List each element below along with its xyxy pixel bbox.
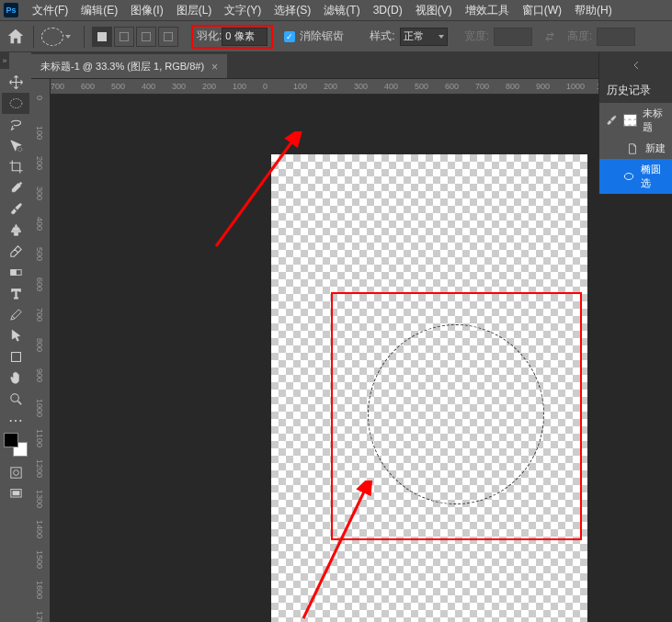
svg-point-0	[10, 99, 22, 108]
antialias-checkbox[interactable]: ✓	[284, 31, 295, 42]
menu-3d[interactable]: 3D(D)	[367, 4, 409, 17]
svg-rect-9	[12, 492, 18, 495]
annotation-arrow-2	[294, 481, 372, 622]
width-input	[494, 28, 532, 46]
height-input	[597, 28, 635, 46]
svg-line-10	[216, 139, 294, 246]
feather-input[interactable]	[222, 28, 268, 46]
quickmask-button[interactable]	[2, 462, 29, 483]
shape-tool[interactable]	[2, 346, 29, 368]
pen-tool[interactable]	[2, 304, 29, 325]
menu-plugins[interactable]: 增效工具	[459, 3, 516, 18]
screenmode-button[interactable]	[2, 483, 29, 504]
color-swatches[interactable]	[4, 433, 28, 457]
swap-icon[interactable]	[543, 30, 556, 43]
svg-rect-3	[10, 270, 16, 276]
selection-intersect-button[interactable]	[158, 27, 178, 47]
annotation-arrow-1	[211, 131, 303, 251]
history-panel: 历史记录 未标题 新建 椭圆选	[598, 78, 672, 194]
tool-dropdown-icon[interactable]	[65, 35, 71, 39]
menu-select[interactable]: 选择(S)	[268, 3, 317, 18]
style-label: 样式:	[370, 28, 394, 44]
brush-icon	[605, 114, 618, 127]
dock-toggle[interactable]	[0, 52, 9, 69]
eyedropper-tool[interactable]	[2, 177, 29, 198]
menu-file[interactable]: 文件(F)	[26, 3, 74, 18]
feather-label: 羽化:	[197, 28, 222, 44]
panel-group-tab[interactable]	[598, 52, 672, 78]
svg-point-12	[625, 174, 633, 180]
svg-point-7	[13, 470, 18, 476]
brush-tool[interactable]	[2, 198, 29, 220]
menu-layer[interactable]: 图层(L)	[170, 3, 219, 18]
path-select-tool[interactable]	[2, 325, 29, 346]
marquee-shape-indicator[interactable]	[41, 28, 63, 46]
gradient-tool[interactable]	[2, 262, 29, 283]
eraser-tool[interactable]	[2, 241, 29, 262]
history-item-new[interactable]: 新建	[599, 138, 672, 159]
history-panel-title: 历史记录	[599, 78, 672, 103]
svg-rect-6	[10, 468, 20, 478]
svg-point-5	[10, 394, 17, 402]
menu-type[interactable]: 文字(Y)	[218, 3, 268, 18]
hand-tool[interactable]	[2, 368, 29, 389]
options-bar: 羽化: ✓ 消除锯齿 样式: 正常 宽度: 高度:	[0, 20, 672, 52]
history-item-label: 未标题	[643, 107, 666, 134]
svg-rect-4	[11, 353, 20, 362]
quick-select-tool[interactable]	[2, 135, 29, 156]
menu-window[interactable]: 窗口(W)	[516, 3, 568, 18]
app-logo: Ps	[4, 3, 18, 17]
history-item-ellipse[interactable]: 椭圆选	[599, 159, 672, 194]
height-label: 高度:	[567, 28, 592, 44]
document-tab-bar: 未标题-1 @ 33.3% (图层 1, RGB/8#) ×	[31, 52, 672, 78]
history-item-label: 新建	[645, 141, 666, 155]
move-tool[interactable]	[2, 72, 29, 93]
crop-tool[interactable]	[2, 156, 29, 177]
menu-view[interactable]: 视图(V)	[409, 3, 459, 18]
document-tab[interactable]: 未标题-1 @ 33.3% (图层 1, RGB/8#) ×	[31, 54, 227, 78]
vertical-ruler: 0100200300400500600700800900100011001200…	[31, 78, 51, 622]
toolbox: ⋯	[0, 70, 31, 506]
menu-filter[interactable]: 滤镜(T)	[317, 3, 366, 18]
ellipse-marquee-tool[interactable]	[2, 93, 29, 114]
style-select[interactable]: 正常	[400, 28, 448, 46]
type-tool[interactable]	[2, 283, 29, 304]
home-icon[interactable]	[6, 27, 26, 47]
page-icon	[625, 142, 640, 155]
svg-point-1	[17, 148, 21, 152]
selection-add-button[interactable]	[114, 27, 134, 47]
history-snapshot-row[interactable]: 未标题	[599, 103, 672, 138]
zoom-tool[interactable]	[2, 389, 29, 410]
feather-highlight-box: 羽化:	[191, 25, 273, 49]
chevron-left-icon	[632, 61, 641, 70]
edit-toolbar-button[interactable]: ⋯	[2, 413, 29, 427]
history-item-label: 椭圆选	[641, 163, 666, 190]
selection-subtract-button[interactable]	[136, 27, 156, 47]
lasso-tool[interactable]	[2, 114, 29, 135]
menu-image[interactable]: 图像(I)	[124, 3, 169, 18]
canvas-area[interactable]	[51, 95, 672, 622]
menu-help[interactable]: 帮助(H)	[568, 3, 619, 18]
document-thumb-icon	[623, 114, 637, 127]
menu-edit[interactable]: 编辑(E)	[74, 3, 124, 18]
close-tab-icon[interactable]: ×	[211, 61, 218, 74]
clone-stamp-tool[interactable]	[2, 220, 29, 241]
document-tab-label: 未标题-1 @ 33.3% (图层 1, RGB/8#)	[40, 60, 204, 74]
svg-line-11	[303, 488, 366, 618]
width-label: 宽度:	[464, 28, 489, 44]
horizontal-ruler: 7006005004003002001000100200300400500600…	[51, 78, 598, 95]
selection-new-button[interactable]	[92, 27, 112, 47]
ellipse-icon	[622, 170, 635, 183]
menu-bar: Ps 文件(F) 编辑(E) 图像(I) 图层(L) 文字(Y) 选择(S) 滤…	[0, 0, 672, 20]
antialias-label: 消除锯齿	[300, 28, 344, 44]
